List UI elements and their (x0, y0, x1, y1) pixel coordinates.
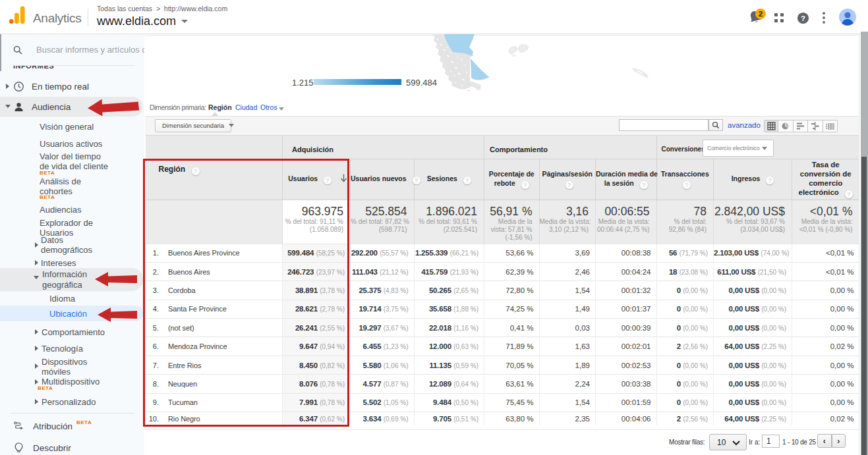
svg-text:?: ? (801, 14, 805, 22)
